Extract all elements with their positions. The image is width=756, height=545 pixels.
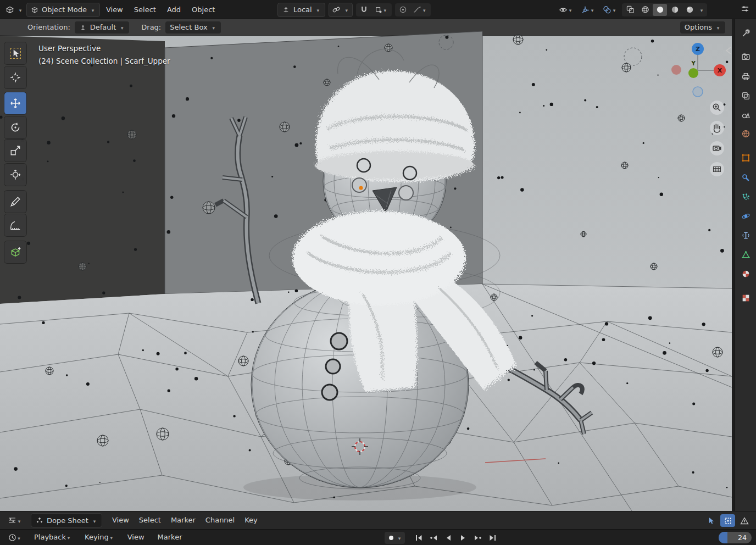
only-selected-toggle[interactable] xyxy=(704,514,719,527)
tool-tweak-select[interactable] xyxy=(4,42,26,64)
move-tool-icon xyxy=(9,97,21,109)
tab-tool[interactable] xyxy=(738,26,753,41)
tab-modifiers[interactable] xyxy=(738,170,753,185)
menu-add[interactable]: Add xyxy=(162,3,186,16)
tab-physics[interactable] xyxy=(738,209,753,224)
tool-rotate[interactable] xyxy=(4,116,26,138)
tool-measure[interactable] xyxy=(4,214,26,236)
material-tab-icon xyxy=(741,269,751,279)
rotate-tool-icon xyxy=(9,121,21,134)
dope-editor-type-dropdown[interactable] xyxy=(4,514,25,526)
snapping-toggle[interactable] xyxy=(720,514,735,527)
shading-solid-button[interactable] xyxy=(653,4,667,16)
timeline-menu-keying[interactable]: Keying xyxy=(80,531,119,543)
output-tab-icon xyxy=(741,72,751,81)
menu-select[interactable]: Select xyxy=(129,3,161,16)
camera-view-button[interactable] xyxy=(710,141,724,155)
xray-toggle[interactable] xyxy=(623,4,637,16)
shading-material-button[interactable] xyxy=(668,4,682,16)
gizmos-dropdown[interactable] xyxy=(578,4,598,16)
select-cursor-icon xyxy=(707,516,715,525)
tab-particles[interactable] xyxy=(738,190,753,204)
timeline-menu-view[interactable]: View xyxy=(123,531,149,543)
jump-to-end-button[interactable] xyxy=(486,532,499,543)
dope-sheet-mode-icon xyxy=(36,516,43,524)
previous-keyframe-button[interactable] xyxy=(426,532,440,543)
timeline-menu-playback[interactable]: Playback xyxy=(30,531,76,543)
mode-dropdown[interactable]: Object Mode xyxy=(26,3,100,17)
viewport-overlay-text: User Perspective (24) Scene Collection |… xyxy=(38,42,170,68)
transform-tool-icon xyxy=(9,169,21,181)
tool-move[interactable] xyxy=(4,92,26,114)
auto-keyframe-button[interactable] xyxy=(385,532,405,544)
pan-hand-button[interactable] xyxy=(710,121,724,135)
tool-transform[interactable] xyxy=(4,164,26,186)
chevron-down-icon xyxy=(590,5,595,14)
tab-world[interactable] xyxy=(738,126,753,141)
dope-menu-channel[interactable]: Channel xyxy=(201,514,239,526)
view-layer-tab-icon xyxy=(741,91,751,101)
tool-add-cube[interactable] xyxy=(4,241,26,263)
tab-constraints[interactable] xyxy=(738,228,753,243)
editor-type-dropdown[interactable] xyxy=(3,3,25,16)
tab-view-layer[interactable] xyxy=(738,88,753,103)
dope-sheet-mode-dropdown[interactable]: Dope Sheet xyxy=(31,513,102,527)
view-perspective-label: User Perspective xyxy=(38,42,170,55)
shading-dropdown[interactable] xyxy=(697,4,706,16)
shading-rendered-button[interactable] xyxy=(682,4,697,16)
drag-value: Select Box xyxy=(170,23,207,31)
tool-cursor[interactable] xyxy=(4,66,26,88)
object-mode-icon xyxy=(31,6,38,14)
drag-dropdown[interactable]: Select Box xyxy=(165,21,220,34)
snap-magnet-button[interactable] xyxy=(357,4,371,16)
viewport-canvas[interactable]: Z X Y xyxy=(0,36,732,511)
timeline-editor-type-dropdown[interactable] xyxy=(4,531,25,543)
chevron-down-icon xyxy=(344,5,349,14)
timeline-menu-marker[interactable]: Marker xyxy=(153,531,187,543)
tab-object[interactable] xyxy=(738,151,753,165)
properties-editor-type-dropdown[interactable] xyxy=(738,3,752,15)
falloff-dropdown[interactable] xyxy=(411,4,430,16)
chevron-down-icon xyxy=(715,23,721,31)
dope-menu-select[interactable]: Select xyxy=(135,514,165,526)
tab-object-data[interactable] xyxy=(738,247,753,262)
dope-menu-marker[interactable]: Marker xyxy=(166,514,200,526)
proportional-editing-button[interactable] xyxy=(396,4,410,16)
menu-view[interactable]: View xyxy=(101,3,128,16)
material-shading-icon xyxy=(671,5,679,14)
tab-material[interactable] xyxy=(738,266,753,281)
play-reverse-button[interactable] xyxy=(441,532,455,543)
gizmo-minus-x-ball[interactable] xyxy=(671,65,681,75)
current-frame-field[interactable]: 24 xyxy=(719,532,752,543)
dope-menu-key[interactable]: Key xyxy=(240,514,262,526)
viewport-3d[interactable]: Z X Y xyxy=(0,36,732,511)
tab-texture[interactable] xyxy=(738,291,753,305)
shading-wireframe-button[interactable] xyxy=(638,4,652,16)
options-dropdown[interactable]: Options xyxy=(680,21,725,34)
tool-scale[interactable] xyxy=(4,140,26,162)
next-keyframe-button[interactable] xyxy=(471,532,485,543)
dope-menu-view[interactable]: View xyxy=(108,514,134,526)
orientation-default-icon xyxy=(79,24,87,31)
overlays-dropdown[interactable] xyxy=(600,4,620,16)
play-button[interactable] xyxy=(456,532,470,543)
pivot-point-dropdown[interactable] xyxy=(329,3,353,17)
proportional-warning-button[interactable] xyxy=(737,514,752,527)
gizmo-icon xyxy=(581,5,590,14)
tab-output[interactable] xyxy=(738,69,753,84)
gizmo-y-ball[interactable] xyxy=(688,68,698,78)
gizmo-minus-z-ball[interactable] xyxy=(693,87,703,97)
zoom-button[interactable] xyxy=(710,101,724,115)
tab-render[interactable] xyxy=(738,49,753,64)
menu-object[interactable]: Object xyxy=(187,3,220,16)
jump-to-start-button[interactable] xyxy=(412,532,425,543)
gizmo-y-label: Y xyxy=(691,60,696,66)
object-visibility-dropdown[interactable] xyxy=(556,4,576,16)
tab-scene[interactable] xyxy=(738,108,753,123)
chevron-down-icon xyxy=(109,531,114,544)
transform-orientation-dropdown[interactable]: Local xyxy=(277,3,325,17)
perspective-toggle-button[interactable] xyxy=(710,162,724,176)
tool-orientation-dropdown[interactable]: Default xyxy=(75,21,130,34)
snap-target-dropdown[interactable] xyxy=(372,4,391,16)
tool-annotate[interactable] xyxy=(4,191,26,213)
